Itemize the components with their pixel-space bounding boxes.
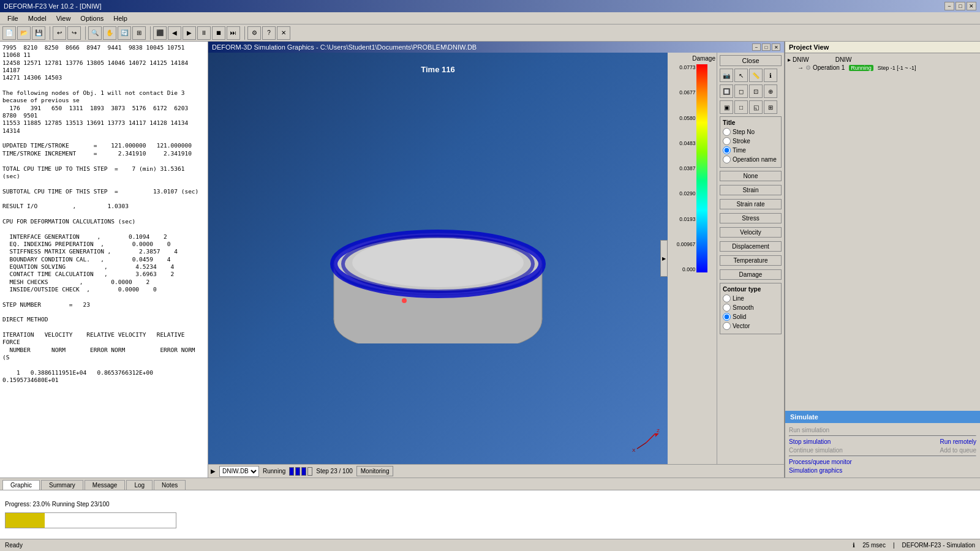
pv-collapse-icon[interactable]: ▸ (788, 56, 791, 63)
icon-display3[interactable]: ⊡ (749, 84, 763, 98)
stop-simulation-link[interactable]: Stop simulation (789, 438, 831, 445)
axis-svg: Z X (631, 421, 662, 452)
sim-minimize-btn[interactable]: − (752, 43, 761, 51)
icon-row-2: 🔲 ◻ ⊡ ⊕ (720, 84, 782, 98)
icon-row-3: ▣ □ ◱ ⊞ (720, 100, 782, 114)
tb-btn1[interactable]: ⬛ (153, 26, 167, 40)
tb-sep2 (83, 26, 86, 40)
simulation-graphics-link[interactable]: Simulation graphics (789, 467, 976, 474)
tb-zoom[interactable]: 🔍 (88, 26, 102, 40)
strain-rate-button[interactable]: Strain rate (720, 199, 782, 209)
radio-time-input[interactable] (723, 146, 731, 154)
tb-redo[interactable]: ↪ (67, 26, 81, 40)
velocity-button[interactable]: Velocity (720, 227, 782, 238)
radio-smooth: Smooth (723, 304, 778, 312)
continue-simulation-link[interactable]: Continue simulation (789, 447, 843, 454)
tb-undo[interactable]: ↩ (53, 26, 66, 40)
tb-btn6[interactable]: ⏭ (227, 26, 240, 40)
radio-line-input[interactable] (723, 294, 731, 302)
sim-window: DEFORM-3D Simulation Graphics - C:\Users… (208, 42, 784, 478)
icon-view4[interactable]: ⊞ (764, 100, 777, 114)
cb-val-7: 0.00967 (677, 241, 696, 247)
icon-view1[interactable]: ▣ (720, 100, 733, 114)
icon-display4[interactable]: ⊕ (764, 84, 777, 98)
tb-settings[interactable]: ⚙ (247, 26, 261, 40)
icon-display1[interactable]: 🔲 (720, 84, 733, 98)
sim-restore-btn[interactable]: □ (762, 43, 771, 51)
radio-step-no: Step No (723, 128, 778, 136)
nav-arrow-right[interactable]: ▶ (660, 240, 668, 277)
menu-options[interactable]: Options (75, 13, 108, 23)
cb-val-8: 0.000 (682, 266, 695, 272)
temperature-button[interactable]: Temperature (720, 255, 782, 266)
displacement-button[interactable]: Displacement (720, 241, 782, 252)
tab-summary[interactable]: Summary (41, 480, 83, 490)
radio-step-no-input[interactable] (723, 128, 731, 136)
process-monitor-link[interactable]: Process/queue monitor (789, 459, 976, 465)
tab-graphic[interactable]: Graphic (2, 480, 40, 490)
tb-help[interactable]: ? (262, 26, 276, 40)
damage-button[interactable]: Damage (720, 269, 782, 280)
radio-operation-label: Operation name (733, 156, 777, 163)
radio-stroke-label: Stroke (733, 138, 750, 144)
tb-fit[interactable]: ⊞ (132, 26, 146, 40)
pv-dniw-label1: DNIW (793, 56, 809, 63)
close-button[interactable]: Close (720, 55, 782, 66)
sim-bar-arrow: ▶ (211, 468, 216, 474)
run-remotely-link[interactable]: Run remotely (940, 438, 976, 445)
tb-btn3[interactable]: ▶ (183, 26, 196, 40)
sim-close-btn[interactable]: ✕ (772, 43, 780, 51)
tb-btn2[interactable]: ◀ (168, 26, 181, 40)
tab-notes[interactable]: Notes (154, 480, 186, 490)
tb-new[interactable]: 📄 (2, 26, 16, 40)
progress-bar-outer (5, 512, 176, 528)
sim-viewport[interactable]: Time 116 (208, 53, 668, 464)
tab-log[interactable]: Log (126, 480, 153, 490)
menu-file[interactable]: File (2, 13, 23, 23)
project-view-panel: Project View ▸ DNIW DNIW → ⚙ Operation 1… (784, 42, 980, 478)
tb-pan[interactable]: ✋ (103, 26, 116, 40)
strain-button[interactable]: Strain (720, 185, 782, 195)
radio-solid-input[interactable] (723, 313, 731, 321)
radio-operation-name-input[interactable] (723, 156, 731, 163)
cb-val-5: 0.0290 (679, 190, 695, 197)
radio-stroke-input[interactable] (723, 137, 731, 145)
minimize-button[interactable]: − (944, 2, 954, 10)
tb-close-tb[interactable]: ✕ (277, 26, 290, 40)
title-bar-buttons: − □ ✕ (944, 2, 976, 10)
none-button[interactable]: None (720, 171, 782, 181)
project-view-tree: ▸ DNIW DNIW → ⚙ Operation 1 Running Step… (785, 53, 980, 411)
menu-model[interactable]: Model (23, 13, 51, 23)
progress-blocks (289, 467, 312, 476)
svg-rect-12 (696, 64, 707, 272)
radio-operation-name: Operation name (723, 156, 778, 163)
icon-measure[interactable]: 📏 (749, 69, 763, 82)
colorbar-gradient (696, 64, 707, 272)
tb-rotate[interactable]: 🔄 (118, 26, 131, 40)
monitoring-button[interactable]: Monitoring (356, 466, 394, 476)
tb-save[interactable]: 💾 (32, 26, 45, 40)
icon-display2[interactable]: ◻ (734, 84, 748, 98)
close-button[interactable]: ✕ (967, 2, 976, 10)
add-to-queue-link[interactable]: Add to queue (940, 447, 977, 454)
pv-op-icon: → (797, 64, 804, 71)
tb-btn5[interactable]: ⏹ (212, 26, 225, 40)
radio-stroke: Stroke (723, 137, 778, 145)
radio-vector-input[interactable] (723, 322, 731, 330)
menu-help[interactable]: Help (108, 13, 132, 23)
menu-view[interactable]: View (51, 13, 76, 23)
tb-btn4[interactable]: ⏸ (197, 26, 211, 40)
sim-status: Running (263, 468, 285, 474)
icon-info[interactable]: ℹ (764, 69, 777, 82)
stress-button[interactable]: Stress (720, 213, 782, 223)
maximize-button[interactable]: □ (956, 2, 965, 10)
radio-smooth-input[interactable] (723, 304, 731, 312)
tb-open[interactable]: 📂 (17, 26, 31, 40)
icon-view2[interactable]: □ (734, 100, 748, 114)
db-selector[interactable]: DNIW.DB (219, 466, 259, 477)
icon-camera[interactable]: 📷 (720, 69, 733, 82)
tab-message[interactable]: Message (85, 480, 126, 490)
icon-pointer[interactable]: ↖ (734, 69, 748, 82)
icon-view3[interactable]: ◱ (749, 100, 763, 114)
status-info-icon[interactable]: ℹ (853, 542, 855, 549)
